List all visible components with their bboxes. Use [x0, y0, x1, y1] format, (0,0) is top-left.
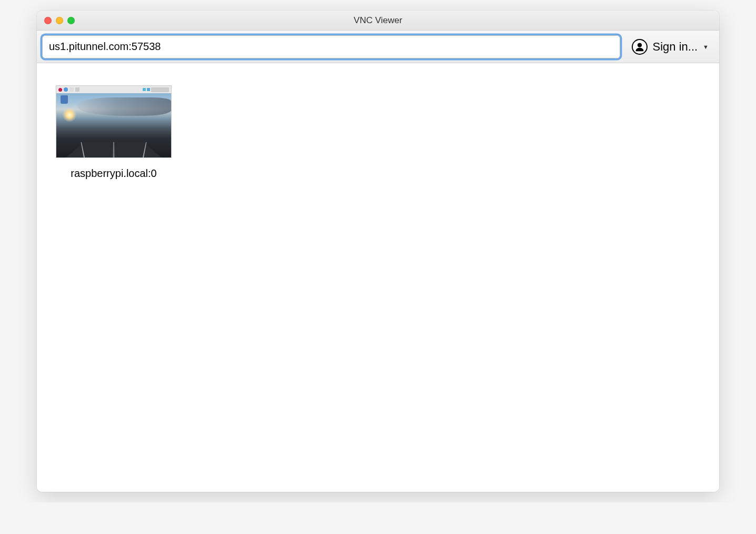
- titlebar: VNC Viewer: [37, 11, 719, 31]
- svg-point-0: [637, 43, 641, 47]
- minimize-button[interactable]: [56, 17, 63, 24]
- address-bar-wrapper: [42, 35, 620, 58]
- connection-label: raspberrypi.local:0: [71, 167, 156, 180]
- trash-icon: [61, 95, 68, 104]
- chevron-down-icon: ▼: [703, 44, 709, 50]
- maximize-button[interactable]: [67, 17, 75, 24]
- connections-grid: raspberrypi.local:0: [37, 63, 719, 492]
- signin-label: Sign in...: [653, 40, 698, 54]
- app-window: VNC Viewer Sign in... ▼: [37, 11, 719, 492]
- window-title: VNC Viewer: [37, 15, 719, 26]
- connection-thumbnail: [56, 85, 172, 158]
- address-input[interactable]: [42, 35, 620, 58]
- toolbar: Sign in... ▼: [37, 31, 719, 63]
- close-button[interactable]: [44, 17, 52, 24]
- connection-item[interactable]: raspberrypi.local:0: [56, 85, 172, 180]
- window-controls: [37, 17, 75, 24]
- signin-button[interactable]: Sign in... ▼: [626, 36, 714, 58]
- user-icon: [632, 39, 648, 55]
